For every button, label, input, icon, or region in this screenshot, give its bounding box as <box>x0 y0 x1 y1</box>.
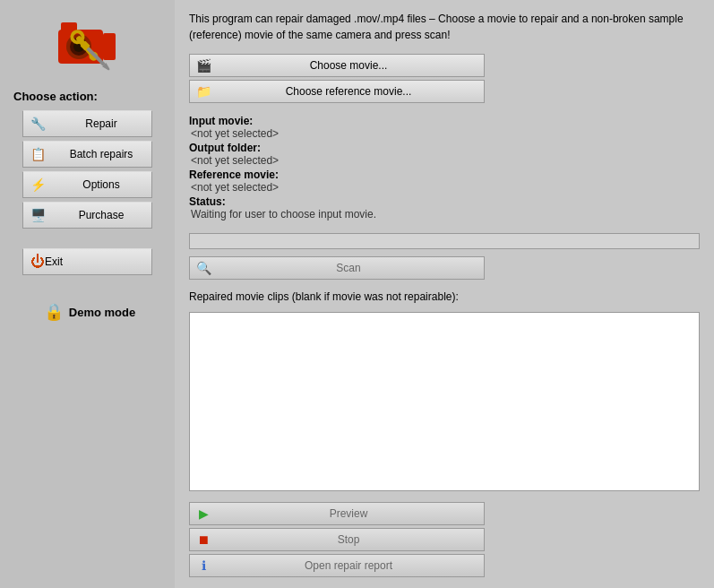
options-button[interactable]: ⚡ Options <box>22 171 152 198</box>
movie-file-icon: 🎬 <box>194 58 213 73</box>
stop-label: Stop <box>213 533 484 546</box>
scan-label: Scan <box>213 262 484 274</box>
reference-movie-row: Reference movie: <not yet selected> <box>189 169 700 194</box>
repair-button[interactable]: 🔧 Repair <box>22 110 152 137</box>
repair-icon: 🔧 <box>30 117 46 131</box>
exit-button[interactable]: ⏻ Exit <box>22 248 152 275</box>
preview-button[interactable]: ▶ Preview <box>189 502 485 525</box>
output-folder-value: <not yet selected> <box>191 154 700 167</box>
exit-label: Exit <box>45 255 63 268</box>
reference-movie-label: Reference movie: <box>189 169 279 181</box>
open-report-button[interactable]: ℹ Open repair report <box>189 554 485 577</box>
purchase-icon: 🖥️ <box>30 208 46 222</box>
stop-icon: ⏹ <box>194 532 213 547</box>
output-folder-row: Output folder: <not yet selected> <box>189 142 700 167</box>
input-movie-row: Input movie: <not yet selected> <box>189 115 700 140</box>
reference-movie-value: <not yet selected> <box>191 181 700 194</box>
choose-movie-button[interactable]: 🎬 Choose movie... <box>189 54 485 77</box>
description-text: This program can repair damaged .mov/.mp… <box>189 11 700 43</box>
file-buttons-area: 🎬 Choose movie... 📁 Choose reference mov… <box>189 54 700 106</box>
main-content: This program can repair damaged .mov/.mp… <box>175 0 714 588</box>
svg-rect-4 <box>61 22 77 31</box>
preview-icon: ▶ <box>194 506 213 521</box>
demo-mode-area: 🔒 Demo mode <box>44 302 135 322</box>
preview-label: Preview <box>213 507 484 520</box>
choose-reference-label: Choose reference movie... <box>213 85 484 98</box>
output-folder-label: Output folder: <box>189 142 261 154</box>
demo-mode-label: Demo mode <box>69 306 135 319</box>
batch-repairs-label: Batch repairs <box>51 148 151 160</box>
reference-file-icon: 📁 <box>194 84 213 99</box>
status-row: Status: Waiting for user to choose input… <box>189 195 700 220</box>
open-report-label: Open repair report <box>213 559 484 572</box>
progress-bar <box>189 233 700 249</box>
batch-repairs-icon: 📋 <box>30 147 46 161</box>
batch-repairs-button[interactable]: 📋 Batch repairs <box>22 141 152 168</box>
logo <box>52 9 124 81</box>
status-label: Status: <box>189 195 226 208</box>
choose-reference-button[interactable]: 📁 Choose reference movie... <box>189 80 485 103</box>
scan-icon: 🔍 <box>194 261 213 275</box>
scan-button[interactable]: 🔍 Scan <box>189 256 485 280</box>
repaired-clips-label: Repaired movie clips (blank if movie was… <box>189 290 700 303</box>
repaired-clips-box <box>189 312 700 491</box>
repair-label: Repair <box>51 117 151 130</box>
status-value: Waiting for user to choose input movie. <box>191 208 700 220</box>
choose-movie-label: Choose movie... <box>213 59 484 72</box>
options-icon: ⚡ <box>30 177 46 192</box>
choose-action-label: Choose action: <box>13 90 98 103</box>
svg-rect-5 <box>103 33 116 60</box>
sidebar: Choose action: 🔧 Repair 📋 Batch repairs … <box>0 0 175 588</box>
options-label: Options <box>51 178 151 191</box>
report-icon: ℹ <box>194 558 213 573</box>
purchase-button[interactable]: 🖥️ Purchase <box>22 202 152 229</box>
stop-button[interactable]: ⏹ Stop <box>189 528 485 551</box>
purchase-label: Purchase <box>51 209 151 221</box>
info-section: Input movie: <not yet selected> Output f… <box>189 115 700 222</box>
input-movie-label: Input movie: <box>189 115 253 127</box>
bottom-buttons: ▶ Preview ⏹ Stop ℹ Open repair report <box>189 502 700 577</box>
lock-icon: 🔒 <box>44 302 64 322</box>
input-movie-value: <not yet selected> <box>191 127 700 140</box>
exit-icon: ⏻ <box>30 254 45 270</box>
